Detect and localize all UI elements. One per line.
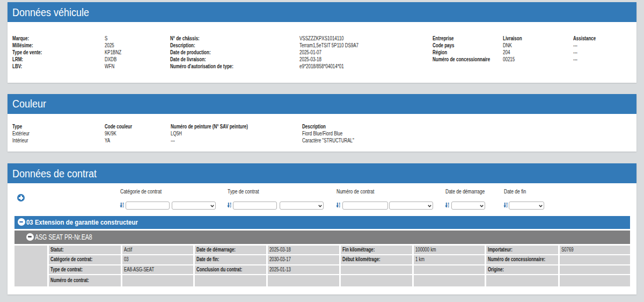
svg-text:8: 8 xyxy=(122,203,124,205)
svg-text:8: 8 xyxy=(506,203,508,205)
svg-text:2: 2 xyxy=(122,205,124,208)
svg-text:2: 2 xyxy=(230,205,231,208)
svg-text:8: 8 xyxy=(448,203,449,205)
svg-text:2: 2 xyxy=(448,205,449,208)
svg-text:8: 8 xyxy=(230,203,231,205)
svg-text:8: 8 xyxy=(339,203,340,205)
svg-text:2: 2 xyxy=(506,205,508,208)
svg-text:2: 2 xyxy=(339,205,340,208)
